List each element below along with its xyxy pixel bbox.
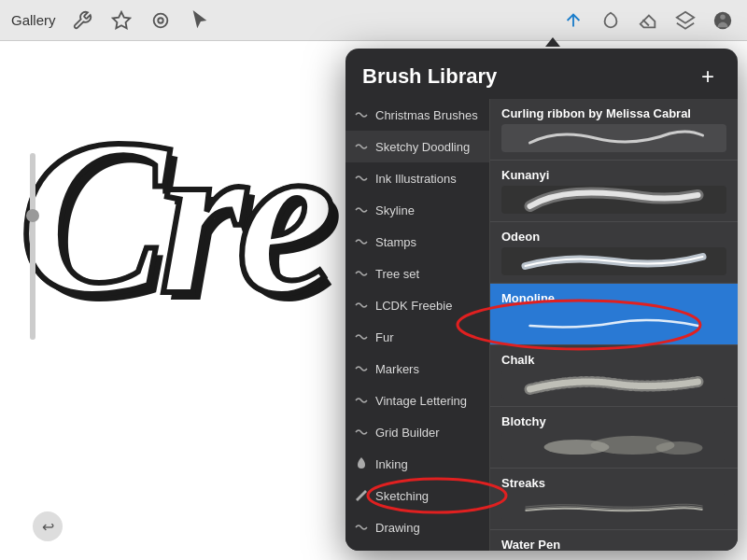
category-icon: [353, 297, 370, 314]
brush-info: Chalk: [501, 353, 726, 399]
brush-name: Blotchy: [501, 414, 726, 428]
category-label: Ink Illustrations: [375, 172, 457, 186]
brush-name: Kunanyi: [501, 168, 726, 182]
brush-item[interactable]: Chalk: [490, 345, 738, 407]
category-label: Markers: [375, 362, 419, 376]
gallery-label[interactable]: Gallery: [11, 12, 56, 28]
brush-preview: [501, 124, 726, 152]
brush-panel: Brush Library + Christmas BrushesSketchy…: [345, 49, 738, 551]
brush-preview: [501, 309, 726, 337]
undo-redo-buttons: ↩: [33, 511, 63, 541]
undo-button[interactable]: ↩: [33, 511, 63, 541]
category-label: Tree set: [375, 267, 419, 281]
brush-name: Chalk: [501, 353, 726, 367]
category-icon: [353, 487, 370, 504]
panel-title: Brush Library: [362, 64, 497, 89]
brush-name: Monoline: [501, 291, 726, 305]
category-icon: [353, 265, 370, 282]
category-label: Christmas Brushes: [375, 108, 478, 122]
magic-icon[interactable]: [108, 7, 134, 34]
category-icon: [353, 424, 370, 441]
category-icon: [353, 519, 370, 536]
brush-preview: [501, 186, 726, 214]
add-brush-button[interactable]: +: [695, 63, 721, 90]
brush-preview: [501, 371, 726, 399]
category-icon: [353, 329, 370, 345]
brush-item[interactable]: Streaks: [490, 469, 738, 530]
category-label: Stamps: [375, 235, 416, 249]
smudge-icon[interactable]: [148, 7, 174, 34]
brush-name: Streaks: [501, 476, 726, 490]
category-label: Fur: [375, 330, 394, 344]
category-item[interactable]: Fur: [345, 321, 489, 353]
category-label: Grid Builder: [375, 426, 440, 440]
brush-list: Curling ribbon by Melissa CabralKunanyiO…: [490, 99, 738, 551]
eraser-icon[interactable]: [635, 7, 661, 34]
category-icon: [353, 392, 370, 409]
toolbar: Gallery: [0, 0, 747, 41]
cursor-icon[interactable]: [187, 7, 213, 34]
wrench-icon[interactable]: [69, 7, 95, 34]
brush-item[interactable]: Odeon: [490, 222, 738, 284]
svg-point-12: [656, 441, 703, 455]
category-item[interactable]: Vintage Lettering: [345, 385, 489, 416]
avatar-icon[interactable]: [710, 7, 736, 34]
brush-item[interactable]: Kunanyi: [490, 161, 738, 222]
pen-tool-icon[interactable]: [560, 7, 586, 34]
brush-size-thumb[interactable]: [26, 209, 39, 222]
category-icon: [353, 138, 370, 155]
category-item[interactable]: Sketching: [345, 480, 489, 511]
category-label: Skyline: [375, 203, 415, 217]
category-item[interactable]: Sketchy Doodling: [345, 131, 489, 162]
category-item[interactable]: Ink Illustrations: [345, 162, 489, 194]
toolbar-right: [560, 7, 736, 34]
layers-icon[interactable]: [672, 7, 698, 34]
brush-info: Odeon: [501, 230, 726, 275]
brush-name: Curling ribbon by Melissa Cabral: [501, 106, 726, 120]
brush-item[interactable]: Monoline: [490, 284, 738, 345]
category-item[interactable]: Markers: [345, 353, 489, 385]
category-label: Drawing: [375, 521, 420, 535]
category-label: Sketching: [375, 489, 429, 503]
brush-item[interactable]: Curling ribbon by Melissa Cabral: [490, 99, 738, 161]
category-label: Sketchy Doodling: [375, 140, 470, 154]
category-item[interactable]: LCDK Freebie: [345, 289, 489, 321]
category-icon: [353, 233, 370, 250]
category-item[interactable]: Grid Builder: [345, 416, 489, 448]
category-item[interactable]: Drawing: [345, 511, 489, 543]
category-item[interactable]: Skyline: [345, 194, 489, 226]
brush-name: Odeon: [501, 230, 726, 244]
brush-info: Kunanyi: [501, 168, 726, 214]
category-icon: [353, 106, 370, 123]
category-label: LCDK Freebie: [375, 299, 452, 313]
brush-preview: [501, 432, 726, 460]
panel-header: Brush Library +: [345, 49, 738, 99]
category-item[interactable]: Stamps: [345, 226, 489, 258]
brush-name: Water Pen: [501, 538, 726, 551]
panel-arrow: [545, 37, 560, 47]
brush-size-track: [30, 153, 35, 340]
brush-item[interactable]: Blotchy: [490, 407, 738, 469]
brush-info: Blotchy: [501, 414, 726, 460]
brush-item[interactable]: Water Pen: [490, 530, 738, 551]
svg-point-6: [720, 14, 726, 19]
svg-point-1: [158, 18, 163, 23]
category-list: Christmas BrushesSketchy DoodlingInk Ill…: [345, 99, 490, 551]
category-icon: [353, 202, 370, 218]
brush-info: Streaks: [501, 476, 726, 522]
brush-info: Water Pen: [501, 538, 726, 551]
svg-marker-0: [112, 11, 129, 27]
category-icon: [353, 455, 370, 472]
brush-info: Curling ribbon by Melissa Cabral: [501, 106, 726, 152]
svg-marker-4: [677, 11, 694, 22]
brush-preview: [501, 247, 726, 275]
svg-point-2: [153, 13, 167, 27]
smear-icon[interactable]: [598, 7, 624, 34]
category-item[interactable]: Inking: [345, 448, 489, 480]
panel-body: Christmas BrushesSketchy DoodlingInk Ill…: [345, 99, 738, 551]
category-item[interactable]: Tree set: [345, 258, 489, 289]
category-item[interactable]: aCalligraphy: [345, 543, 489, 551]
category-icon: [353, 360, 370, 377]
brush-preview: [501, 494, 726, 522]
category-item[interactable]: Christmas Brushes: [345, 99, 489, 131]
